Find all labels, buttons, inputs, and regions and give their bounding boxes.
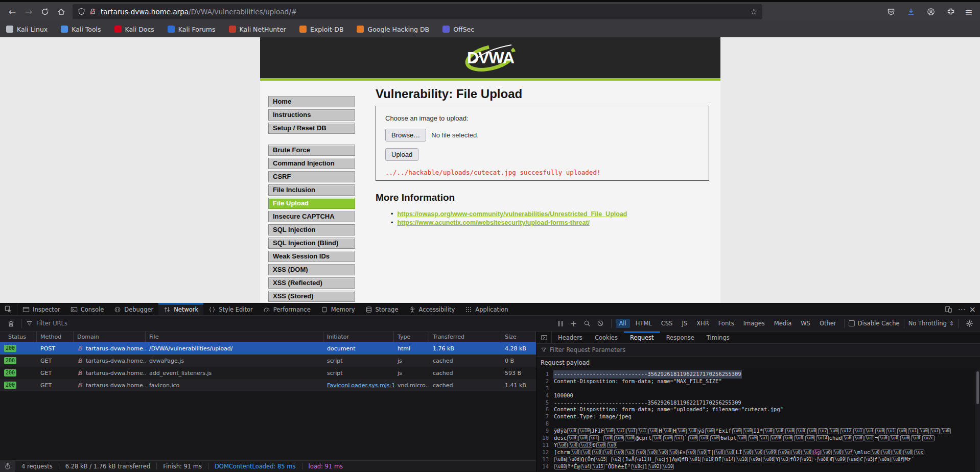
pocket-icon[interactable] bbox=[885, 8, 897, 16]
bookmark-item-exploit-db[interactable]: Exploit-DB bbox=[299, 26, 343, 33]
home-button[interactable] bbox=[53, 5, 69, 19]
details-tab-cookies[interactable]: Cookies bbox=[589, 332, 624, 343]
sidebar-item-setup-reset-db[interactable]: Setup / Reset DB bbox=[268, 123, 355, 134]
url-text[interactable]: tartarus-dvwa.home.arpa/DVWA/vulnerabili… bbox=[101, 8, 746, 16]
initiator-link[interactable]: FaviconLoader.sys.mjs:1... bbox=[327, 382, 394, 389]
new-request-icon[interactable]: + bbox=[567, 319, 580, 328]
filter-urls-input[interactable] bbox=[36, 320, 149, 327]
payload-line-13[interactable]: 13\u8a\u8dQ(Ôn\u15 \u2(J¤Å\u11U_\ucj]A@Q… bbox=[536, 456, 980, 463]
sidebar-item-home[interactable]: Home bbox=[268, 96, 355, 107]
sidebar-item-insecure-captcha[interactable]: Insecure CAPTCHA bbox=[268, 211, 355, 222]
payload-line-5[interactable]: 5-----------------------------3562926181… bbox=[536, 399, 980, 407]
details-tab-headers[interactable]: Headers bbox=[552, 332, 589, 343]
request-payload-header[interactable]: Request payload bbox=[536, 357, 980, 369]
extensions-puzzle-icon[interactable] bbox=[945, 8, 957, 16]
sidebar-item-sql-injection-blind[interactable]: SQL Injection (Blind) bbox=[268, 238, 355, 249]
menu-hamburger-icon[interactable]: ≡ bbox=[965, 6, 973, 17]
details-tab-response[interactable]: Response bbox=[660, 332, 701, 343]
payload-line-6[interactable]: 6Content-Disposition: form-data; name="u… bbox=[536, 406, 980, 413]
devtools-tab-console[interactable]: Console bbox=[65, 303, 109, 315]
type-filter-html[interactable]: HTML bbox=[632, 319, 656, 328]
type-filter-all[interactable]: All bbox=[616, 319, 630, 328]
sidebar-item-file-upload[interactable]: File Upload bbox=[268, 198, 355, 209]
payload-line-1[interactable]: 1-----------------------------3562926181… bbox=[536, 371, 980, 378]
column-header-type[interactable]: Type bbox=[394, 332, 429, 342]
forward-button[interactable]: → bbox=[20, 5, 37, 19]
devtools-tab-memory[interactable]: Memory bbox=[316, 303, 360, 315]
payload-line-8[interactable]: 8 bbox=[536, 420, 980, 428]
downloads-icon[interactable] bbox=[905, 8, 917, 16]
bookmark-item-kali-forums[interactable]: Kali Forums bbox=[168, 26, 216, 33]
column-header-file[interactable]: File bbox=[146, 332, 323, 342]
upload-button[interactable]: Upload bbox=[385, 148, 418, 161]
payload-line-3[interactable]: 3 bbox=[536, 385, 980, 392]
payload-line-11[interactable]: 11Y\u0\u0\u13Đ\u0\u0 bbox=[536, 442, 980, 449]
type-filter-media[interactable]: Media bbox=[771, 319, 796, 328]
request-row-dvwa-vulnerabilities-upload[interactable]: 200POSTtartarus-dvwa.home..../DVWA/vulne… bbox=[0, 342, 536, 355]
sidebar-item-xss-dom[interactable]: XSS (DOM) bbox=[268, 264, 355, 275]
column-header-size[interactable]: Size bbox=[501, 332, 536, 342]
filter-request-parameters-input[interactable] bbox=[550, 346, 662, 353]
sidebar-item-xss-stored[interactable]: XSS (Stored) bbox=[268, 291, 355, 302]
search-icon[interactable] bbox=[580, 320, 594, 327]
request-row-add-event-listeners-js[interactable]: 200GETtartarus-dvwa.home....add_event_li… bbox=[0, 367, 536, 379]
back-button[interactable]: ← bbox=[4, 5, 20, 19]
payload-line-7[interactable]: 7Content-Type: image/jpeg bbox=[536, 413, 980, 420]
devtools-tab-inspector[interactable]: Inspector bbox=[17, 303, 65, 315]
devtools-tab-application[interactable]: Application bbox=[460, 303, 513, 315]
column-header-domain[interactable]: Domain bbox=[74, 332, 146, 342]
payload-line-4[interactable]: 4100000 bbox=[536, 392, 980, 399]
sidebar-item-weak-session-ids[interactable]: Weak Session IDs bbox=[268, 251, 355, 262]
expand-details-icon[interactable] bbox=[536, 332, 552, 343]
column-header-status[interactable]: Status bbox=[0, 332, 37, 342]
clear-requests-icon[interactable] bbox=[4, 320, 17, 327]
type-filter-ws[interactable]: WS bbox=[797, 319, 814, 328]
devtools-tab-style-editor[interactable]: Style Editor bbox=[203, 303, 258, 315]
type-filter-other[interactable]: Other bbox=[816, 319, 840, 328]
devtools-tab-accessibility[interactable]: Accessibility bbox=[404, 303, 460, 315]
pick-element-icon[interactable] bbox=[0, 303, 17, 315]
bookmark-star-icon[interactable]: ☆ bbox=[751, 7, 757, 16]
sidebar-item-csrf[interactable]: CSRF bbox=[268, 171, 355, 182]
devtools-tab-storage[interactable]: Storage bbox=[360, 303, 404, 315]
bookmark-item-kali-linux[interactable]: Kali Linux bbox=[6, 26, 48, 33]
devtools-tab-debugger[interactable]: Debugger bbox=[109, 303, 158, 315]
column-header-initiator[interactable]: Initiator bbox=[323, 332, 394, 342]
block-request-icon[interactable] bbox=[594, 320, 607, 327]
sidebar-item-xss-reflected[interactable]: XSS (Reflected) bbox=[268, 277, 355, 289]
sidebar-item-sql-injection[interactable]: SQL Injection bbox=[268, 224, 355, 235]
column-header-transferred[interactable]: Transferred bbox=[429, 332, 501, 342]
details-tab-request[interactable]: Request bbox=[624, 332, 660, 343]
bookmark-item-kali-docs[interactable]: Kali Docs bbox=[114, 26, 154, 33]
details-tab-timings[interactable]: Timings bbox=[701, 332, 736, 343]
type-filter-css[interactable]: CSS bbox=[658, 319, 676, 328]
bookmark-item-google-hacking-db[interactable]: Google Hacking DB bbox=[357, 26, 429, 33]
devtools-tab-network[interactable]: Network bbox=[158, 303, 203, 315]
insecure-lock-icon[interactable] bbox=[89, 8, 97, 15]
url-bar[interactable]: tartarus-dvwa.home.arpa/DVWA/vulnerabili… bbox=[73, 4, 762, 19]
tracking-shield-icon[interactable] bbox=[78, 8, 85, 15]
payload-scrollbar[interactable] bbox=[975, 370, 980, 471]
disable-cache-checkbox[interactable] bbox=[849, 320, 855, 326]
pause-traffic-icon[interactable] bbox=[554, 321, 567, 326]
sidebar-item-instructions[interactable]: Instructions bbox=[268, 109, 355, 121]
throttling-select[interactable]: No Throttling ⇕ bbox=[908, 320, 954, 327]
payload-line-10[interactable]: 10desc\u0\u0\u1 \u0\u0\u0@cprt\u0\u0\u1`… bbox=[536, 435, 980, 442]
type-filter-images[interactable]: Images bbox=[740, 319, 768, 328]
devtools-close-icon[interactable]: × bbox=[969, 304, 976, 314]
network-settings-gear-icon[interactable] bbox=[963, 320, 976, 327]
type-filter-fonts[interactable]: Fonts bbox=[715, 319, 738, 328]
bookmark-item-offsec[interactable]: OffSec bbox=[442, 26, 474, 33]
payload-line-14[interactable]: 14\u88ª*É@\u4\u15¨ÔDhè±Í²\u8c1\u92\u10 bbox=[536, 463, 980, 470]
payload-line-12[interactable]: 12[chrm\u0\u0\u0\u0\u0\u3\u0\u0\u0\u0£×\… bbox=[536, 449, 980, 456]
responsive-mode-icon[interactable] bbox=[943, 305, 955, 313]
scrollbar-thumb[interactable] bbox=[976, 371, 979, 404]
bookmark-item-kali-tools[interactable]: Kali Tools bbox=[61, 26, 101, 33]
account-icon[interactable] bbox=[925, 8, 937, 16]
type-filter-xhr[interactable]: XHR bbox=[693, 319, 713, 328]
bookmark-item-kali-nethunter[interactable]: Kali NetHunter bbox=[229, 26, 286, 33]
external-link[interactable]: https://owasp.org/www-community/vulnerab… bbox=[397, 210, 627, 218]
sidebar-item-brute-force[interactable]: Brute Force bbox=[268, 145, 355, 156]
sidebar-item-command-injection[interactable]: Command Injection bbox=[268, 158, 355, 169]
reload-button[interactable] bbox=[37, 5, 53, 19]
